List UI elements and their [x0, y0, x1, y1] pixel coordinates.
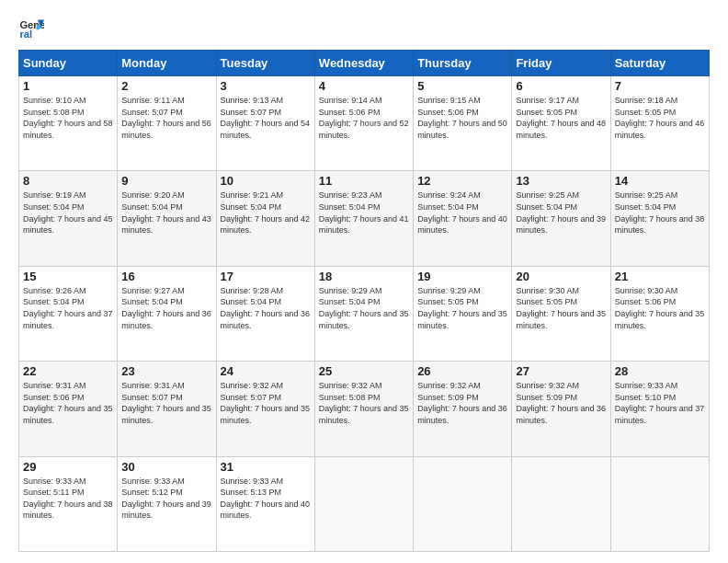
day-number: 27 — [516, 364, 606, 378]
calendar-cell: 21Sunrise: 9:30 AMSunset: 5:06 PMDayligh… — [610, 266, 709, 361]
weekday-header: Friday — [512, 51, 610, 76]
calendar-cell: 3Sunrise: 9:13 AMSunset: 5:07 PMDaylight… — [216, 76, 314, 171]
logo-icon: Gene ral — [18, 15, 44, 40]
calendar-cell: 1Sunrise: 9:10 AMSunset: 5:08 PMDaylight… — [19, 76, 118, 171]
day-number: 7 — [615, 79, 705, 93]
cell-content: Sunrise: 9:30 AMSunset: 5:05 PMDaylight:… — [516, 285, 606, 331]
calendar-cell: 27Sunrise: 9:32 AMSunset: 5:09 PMDayligh… — [512, 362, 610, 456]
header: Gene ral — [18, 15, 710, 40]
day-number: 23 — [121, 364, 211, 378]
svg-text:ral: ral — [19, 29, 32, 40]
cell-content: Sunrise: 9:10 AMSunset: 5:08 PMDaylight:… — [23, 95, 113, 141]
day-number: 12 — [417, 174, 507, 188]
calendar-cell: 31Sunrise: 9:33 AMSunset: 5:13 PMDayligh… — [216, 456, 314, 551]
calendar-week-row: 29Sunrise: 9:33 AMSunset: 5:11 PMDayligh… — [19, 456, 710, 551]
day-number: 9 — [121, 174, 211, 188]
day-number: 1 — [23, 79, 113, 93]
calendar-cell: 20Sunrise: 9:30 AMSunset: 5:05 PMDayligh… — [512, 266, 610, 361]
day-number: 15 — [23, 270, 113, 283]
weekday-header: Sunday — [19, 51, 118, 76]
cell-content: Sunrise: 9:11 AMSunset: 5:07 PMDaylight:… — [121, 95, 211, 141]
weekday-header: Monday — [118, 51, 216, 76]
calendar-cell: 12Sunrise: 9:24 AMSunset: 5:04 PMDayligh… — [414, 171, 512, 266]
calendar-cell: 26Sunrise: 9:32 AMSunset: 5:09 PMDayligh… — [414, 362, 512, 456]
cell-content: Sunrise: 9:25 AMSunset: 5:04 PMDaylight:… — [516, 190, 606, 236]
calendar-cell: 19Sunrise: 9:29 AMSunset: 5:05 PMDayligh… — [414, 266, 512, 361]
day-number: 22 — [23, 364, 113, 378]
calendar-cell — [512, 456, 610, 551]
cell-content: Sunrise: 9:17 AMSunset: 5:05 PMDaylight:… — [516, 95, 606, 141]
cell-content: Sunrise: 9:32 AMSunset: 5:09 PMDaylight:… — [516, 380, 606, 426]
page: Gene ral SundayMondayTuesdayWednesdayThu… — [0, 0, 728, 563]
day-number: 11 — [319, 174, 409, 188]
cell-content: Sunrise: 9:20 AMSunset: 5:04 PMDaylight:… — [121, 190, 211, 236]
calendar-cell — [414, 456, 512, 551]
day-number: 20 — [516, 270, 606, 283]
calendar-cell: 30Sunrise: 9:33 AMSunset: 5:12 PMDayligh… — [118, 456, 216, 551]
calendar-cell: 14Sunrise: 9:25 AMSunset: 5:04 PMDayligh… — [610, 171, 709, 266]
cell-content: Sunrise: 9:30 AMSunset: 5:06 PMDaylight:… — [615, 285, 705, 331]
calendar-cell: 25Sunrise: 9:32 AMSunset: 5:08 PMDayligh… — [314, 362, 413, 456]
day-number: 28 — [615, 364, 705, 378]
calendar-cell: 16Sunrise: 9:27 AMSunset: 5:04 PMDayligh… — [118, 266, 216, 361]
cell-content: Sunrise: 9:25 AMSunset: 5:04 PMDaylight:… — [615, 190, 705, 236]
weekday-header: Thursday — [414, 51, 512, 76]
day-number: 25 — [319, 364, 409, 378]
calendar-cell — [610, 456, 709, 551]
cell-content: Sunrise: 9:32 AMSunset: 5:09 PMDaylight:… — [417, 380, 507, 426]
calendar-cell: 7Sunrise: 9:18 AMSunset: 5:05 PMDaylight… — [610, 76, 709, 171]
calendar-cell: 4Sunrise: 9:14 AMSunset: 5:06 PMDaylight… — [314, 76, 413, 171]
day-number: 19 — [417, 270, 507, 283]
cell-content: Sunrise: 9:32 AMSunset: 5:07 PMDaylight:… — [221, 380, 311, 426]
calendar-cell: 5Sunrise: 9:15 AMSunset: 5:06 PMDaylight… — [414, 76, 512, 171]
day-number: 13 — [516, 174, 606, 188]
calendar-cell: 2Sunrise: 9:11 AMSunset: 5:07 PMDaylight… — [118, 76, 216, 171]
calendar-header-row: SundayMondayTuesdayWednesdayThursdayFrid… — [19, 51, 710, 76]
calendar-cell: 28Sunrise: 9:33 AMSunset: 5:10 PMDayligh… — [610, 362, 709, 456]
calendar-cell — [314, 456, 413, 551]
day-number: 3 — [221, 79, 311, 93]
cell-content: Sunrise: 9:19 AMSunset: 5:04 PMDaylight:… — [23, 190, 113, 236]
cell-content: Sunrise: 9:21 AMSunset: 5:04 PMDaylight:… — [221, 190, 311, 236]
day-number: 21 — [615, 270, 705, 283]
calendar-week-row: 22Sunrise: 9:31 AMSunset: 5:06 PMDayligh… — [19, 362, 710, 456]
cell-content: Sunrise: 9:14 AMSunset: 5:06 PMDaylight:… — [319, 95, 409, 141]
day-number: 30 — [121, 460, 211, 474]
cell-content: Sunrise: 9:27 AMSunset: 5:04 PMDaylight:… — [121, 285, 211, 331]
cell-content: Sunrise: 9:13 AMSunset: 5:07 PMDaylight:… — [221, 95, 311, 141]
day-number: 8 — [23, 174, 113, 188]
cell-content: Sunrise: 9:28 AMSunset: 5:04 PMDaylight:… — [221, 285, 311, 331]
day-number: 10 — [221, 174, 311, 188]
day-number: 29 — [23, 460, 113, 474]
calendar-cell: 22Sunrise: 9:31 AMSunset: 5:06 PMDayligh… — [19, 362, 118, 456]
cell-content: Sunrise: 9:29 AMSunset: 5:04 PMDaylight:… — [319, 285, 409, 331]
day-number: 2 — [121, 79, 211, 93]
cell-content: Sunrise: 9:32 AMSunset: 5:08 PMDaylight:… — [319, 380, 409, 426]
calendar-cell: 9Sunrise: 9:20 AMSunset: 5:04 PMDaylight… — [118, 171, 216, 266]
calendar-table: SundayMondayTuesdayWednesdayThursdayFrid… — [18, 50, 710, 552]
calendar-cell: 10Sunrise: 9:21 AMSunset: 5:04 PMDayligh… — [216, 171, 314, 266]
day-number: 31 — [221, 460, 311, 474]
weekday-header: Wednesday — [314, 51, 413, 76]
cell-content: Sunrise: 9:33 AMSunset: 5:10 PMDaylight:… — [615, 380, 705, 426]
cell-content: Sunrise: 9:15 AMSunset: 5:06 PMDaylight:… — [417, 95, 507, 141]
calendar-cell: 17Sunrise: 9:28 AMSunset: 5:04 PMDayligh… — [216, 266, 314, 361]
calendar-week-row: 8Sunrise: 9:19 AMSunset: 5:04 PMDaylight… — [19, 171, 710, 266]
cell-content: Sunrise: 9:18 AMSunset: 5:05 PMDaylight:… — [615, 95, 705, 141]
day-number: 18 — [319, 270, 409, 283]
day-number: 6 — [516, 79, 606, 93]
cell-content: Sunrise: 9:24 AMSunset: 5:04 PMDaylight:… — [417, 190, 507, 236]
day-number: 4 — [319, 79, 409, 93]
calendar-week-row: 15Sunrise: 9:26 AMSunset: 5:04 PMDayligh… — [19, 266, 710, 361]
day-number: 16 — [121, 270, 211, 283]
cell-content: Sunrise: 9:31 AMSunset: 5:06 PMDaylight:… — [23, 380, 113, 426]
calendar-cell: 6Sunrise: 9:17 AMSunset: 5:05 PMDaylight… — [512, 76, 610, 171]
weekday-header: Saturday — [610, 51, 709, 76]
day-number: 14 — [615, 174, 705, 188]
cell-content: Sunrise: 9:33 AMSunset: 5:11 PMDaylight:… — [23, 476, 113, 522]
day-number: 24 — [221, 364, 311, 378]
cell-content: Sunrise: 9:29 AMSunset: 5:05 PMDaylight:… — [417, 285, 507, 331]
cell-content: Sunrise: 9:26 AMSunset: 5:04 PMDaylight:… — [23, 285, 113, 331]
calendar-week-row: 1Sunrise: 9:10 AMSunset: 5:08 PMDaylight… — [19, 76, 710, 171]
calendar-cell: 29Sunrise: 9:33 AMSunset: 5:11 PMDayligh… — [19, 456, 118, 551]
